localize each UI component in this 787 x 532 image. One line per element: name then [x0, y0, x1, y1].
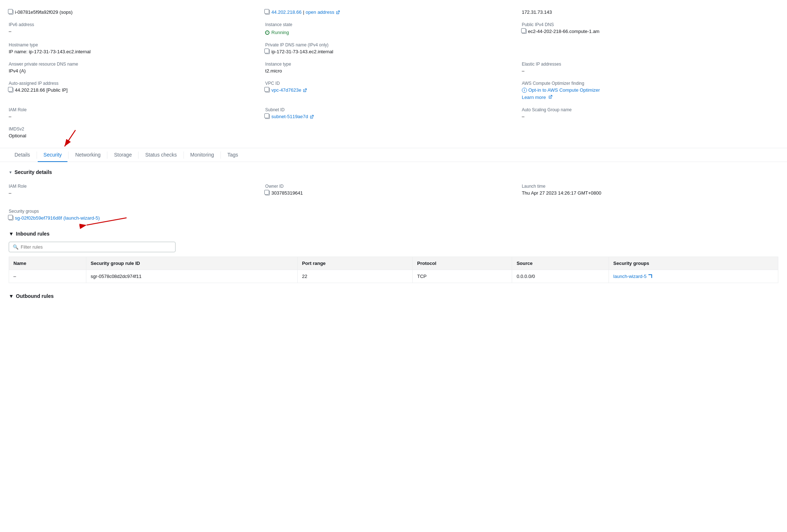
elastic-ip-label: Elastic IP addresses — [522, 62, 772, 67]
vpc-external-icon — [303, 88, 307, 92]
col-port-range: Port range — [297, 257, 412, 270]
owner-id-value: 303785319641 — [265, 190, 516, 196]
partial-border-icon — [648, 274, 652, 278]
row-sg-link[interactable]: launch-wizard-5 — [613, 274, 647, 279]
filter-rules-input[interactable] — [21, 244, 172, 250]
copy-icon-2[interactable] — [265, 10, 270, 14]
subnet-label: Subnet ID — [265, 107, 516, 112]
inbound-rules-section: ▼ Inbound rules 🔍 Name Security gro — [9, 231, 778, 283]
tab-storage[interactable]: Storage — [108, 148, 137, 162]
tab-divider-3 — [107, 151, 107, 159]
col-rule-id: Security group rule ID — [86, 257, 298, 270]
security-details-header[interactable]: ▼ Security details — [9, 169, 778, 175]
security-details-grid: IAM Role – Owner ID 303785319641 Launch … — [9, 181, 778, 199]
public-dns-label: Public IPv4 DNS — [522, 22, 772, 27]
iam-role-label: IAM Role — [9, 107, 259, 112]
launch-time-value: Thu Apr 27 2023 14:26:17 GMT+0800 — [522, 190, 772, 196]
col-protocol: Protocol — [413, 257, 512, 270]
instance-id-cell: i-08781e5f9fa92f029 (sops) — [9, 6, 265, 18]
compute-optimizer-link[interactable]: Opt-in to AWS Compute Optimizer — [528, 87, 600, 93]
imdsv2-value: Optional — [9, 133, 259, 138]
copy-icon-sg[interactable] — [9, 216, 13, 220]
answer-dns-cell: Answer private resource DNS name IPv4 (A… — [9, 58, 265, 77]
tab-tags[interactable]: Tags — [222, 148, 244, 162]
compute-optimizer-label: AWS Compute Optimizer finding — [522, 81, 772, 86]
subnet-link[interactable]: subnet-5119ae7d — [271, 114, 308, 119]
private-ipv4-value: 172.31.73.143 — [522, 9, 772, 15]
vpc-id-cell: VPC ID vpc-47d7623e — [265, 77, 522, 104]
instance-id-value: i-08781e5f9fa92f029 (sops) — [9, 9, 259, 15]
inbound-rules-header[interactable]: ▼ Inbound rules — [9, 231, 778, 237]
instance-details-grid: i-08781e5f9fa92f029 (sops) 44.202.218.66… — [0, 0, 787, 148]
owner-id-cell: Owner ID 303785319641 — [265, 181, 522, 199]
auto-scaling-value: – — [522, 114, 772, 119]
tab-networking[interactable]: Networking — [69, 148, 106, 162]
ipv6-value: – — [9, 29, 259, 34]
security-section: ▼ Security details IAM Role – Owner ID 3… — [0, 162, 787, 306]
public-ipv4-value: 44.202.218.66 | open address — [265, 9, 516, 15]
iam-role-cell: IAM Role – — [9, 104, 265, 123]
elastic-ip-value: – — [522, 68, 772, 74]
open-address-external[interactable]: open address — [306, 9, 334, 15]
iam-role-value: – — [9, 114, 259, 119]
filter-bar: 🔍 — [9, 242, 778, 252]
security-groups-label: Security groups — [9, 209, 772, 214]
subnet-external-icon — [310, 115, 314, 119]
copy-icon-private-dns[interactable] — [265, 49, 270, 54]
auto-ip-value: 44.202.218.66 [Public IP] — [9, 87, 259, 93]
security-groups-value: sg-02f02b59ef7916d8f (launch-wizard-5) — [9, 215, 772, 221]
launch-time-label: Launch time — [522, 184, 772, 189]
subnet-cell: Subnet ID subnet-5119ae7d — [265, 104, 522, 123]
vpc-id-label: VPC ID — [265, 81, 516, 86]
vpc-id-link[interactable]: vpc-47d7623e — [271, 87, 301, 93]
vpc-id-value: vpc-47d7623e — [265, 87, 516, 93]
collapse-triangle: ▼ — [9, 170, 12, 174]
instance-type-label: Instance type — [265, 62, 516, 67]
copy-icon-subnet[interactable] — [265, 114, 270, 119]
col-security-groups: Security groups — [609, 257, 778, 270]
outbound-rules-header[interactable]: ▼ Outbound rules — [9, 290, 778, 299]
col-source: Source — [512, 257, 609, 270]
tab-status-checks[interactable]: Status checks — [139, 148, 182, 162]
elastic-ip-cell: Elastic IP addresses – — [522, 58, 778, 77]
public-dns-cell: Public IPv4 DNS ec2-44-202-218-66.comput… — [522, 18, 778, 39]
owner-id-label: Owner ID — [265, 184, 516, 189]
table-header-row: Name Security group rule ID Port range P… — [9, 257, 778, 270]
tab-details[interactable]: Details — [9, 148, 36, 162]
copy-icon-owner[interactable] — [265, 191, 270, 195]
copy-icon-vpc[interactable] — [265, 88, 270, 92]
empty-cell-3 — [522, 123, 778, 142]
tab-divider-1 — [37, 151, 37, 159]
auto-ip-label: Auto-assigned IP address — [9, 81, 259, 86]
running-dot — [265, 30, 269, 35]
copy-icon-auto-ip[interactable] — [9, 88, 13, 92]
search-icon: 🔍 — [13, 244, 18, 250]
copy-icon[interactable] — [9, 10, 13, 14]
external-link-icon — [336, 10, 340, 14]
tab-security[interactable]: Security — [38, 148, 68, 162]
security-group-link[interactable]: sg-02f02b59ef7916d8f (launch-wizard-5) — [15, 215, 100, 221]
tab-monitoring[interactable]: Monitoring — [185, 148, 220, 162]
info-icon: i — [522, 88, 527, 93]
cell-port-range: 22 — [297, 270, 412, 283]
cell-name: – — [9, 270, 86, 283]
compute-optimizer-cell: AWS Compute Optimizer finding i Opt-in t… — [522, 77, 778, 104]
tabs-bar: Details Security Networking Storage Stat… — [0, 148, 787, 162]
launch-time-cell: Launch time Thu Apr 27 2023 14:26:17 GMT… — [522, 181, 778, 199]
copy-icon-dns[interactable] — [522, 29, 527, 34]
auto-ip-cell: Auto-assigned IP address 44.202.218.66 [… — [9, 77, 265, 104]
open-address-link[interactable]: 44.202.218.66 — [271, 9, 301, 15]
instance-type-value: t2.micro — [265, 68, 516, 74]
hostname-type-label: Hostname type — [9, 42, 259, 47]
private-ipv4-cell: 172.31.73.143 — [522, 6, 778, 18]
private-dns-value: ip-172-31-73-143.ec2.internal — [265, 49, 516, 54]
filter-input-wrapper[interactable]: 🔍 — [9, 242, 176, 252]
answer-dns-label: Answer private resource DNS name — [9, 62, 259, 67]
learn-more-link[interactable]: Learn more — [522, 95, 546, 100]
compute-optimizer-value: i Opt-in to AWS Compute Optimizer — [522, 87, 772, 93]
auto-scaling-label: Auto Scaling Group name — [522, 107, 772, 112]
hostname-type-cell: Hostname type IP name: ip-172-31-73-143.… — [9, 39, 265, 58]
auto-scaling-cell: Auto Scaling Group name – — [522, 104, 778, 123]
empty-cell-2 — [265, 123, 522, 142]
tab-divider-5 — [184, 151, 184, 159]
